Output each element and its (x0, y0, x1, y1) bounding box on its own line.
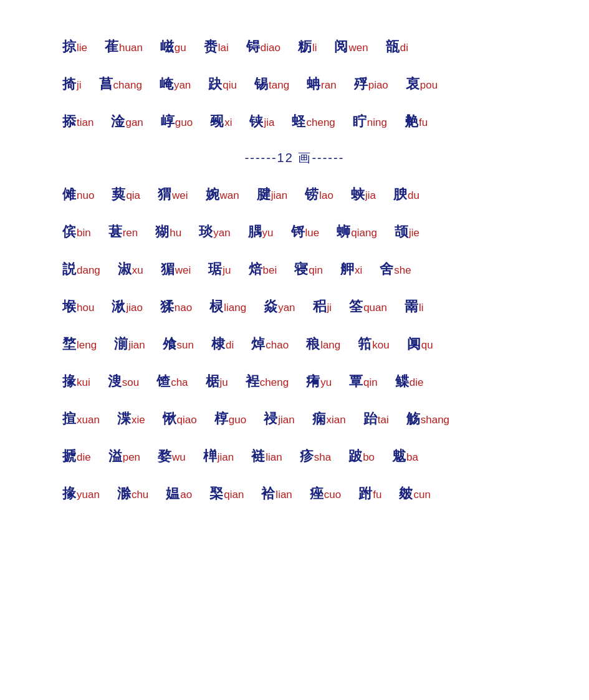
character-entry: 觞shang (406, 410, 449, 428)
hanzi-character: 説 (62, 260, 76, 279)
pinyin-text: li (419, 302, 424, 314)
pinyin-text: chang (113, 79, 142, 92)
pinyin-text: lian (266, 451, 282, 464)
hanzi-character: 铹 (305, 185, 318, 204)
pinyin-text: lao (319, 189, 333, 202)
pinyin-text: xi (355, 264, 362, 277)
pinyin-text: cheng (306, 117, 335, 129)
hanzi-character: 疹 (300, 447, 314, 466)
character-entry: 舍she (380, 260, 411, 279)
character-entry: 椐ju (206, 372, 228, 391)
pinyin-text: ren (123, 227, 138, 239)
pinyin-text: ba (406, 451, 418, 464)
hanzi-character: 掾 (62, 484, 76, 503)
hanzi-character: 筘 (358, 335, 371, 353)
pinyin-text: jiao (126, 302, 142, 314)
hanzi-character: 赉 (204, 37, 218, 56)
pinyin-text: xu (132, 264, 143, 277)
pinyin-text: qian (224, 489, 244, 501)
pinyin-text: jian (278, 414, 294, 426)
character-entry: 魃ba (392, 447, 418, 466)
character-row: 掭tian淦gan崞guo觋xi铗jia蛏cheng眝ning艴fu (62, 112, 527, 131)
pinyin-text: jian (271, 189, 287, 202)
hanzi-character: 猸 (161, 260, 175, 279)
hanzi-character: 焙 (249, 260, 262, 279)
pinyin-text: chu (132, 489, 148, 501)
hanzi-character: 傧 (62, 223, 76, 241)
pinyin-text: jia (365, 189, 376, 202)
pinyin-text: guo (175, 117, 193, 129)
character-entry: 眝ning (353, 112, 387, 131)
character-entry: 揎xuan (62, 410, 100, 428)
pinyin-text: ning (367, 117, 387, 129)
character-entry: 筌quan (349, 297, 387, 316)
character-entry: 湔jian (114, 335, 145, 353)
character-entry: 掾kui (62, 372, 90, 391)
pinyin-text: qiao (177, 414, 197, 426)
hanzi-character: 寝 (294, 260, 308, 279)
character-entry: 猬wei (158, 185, 188, 204)
character-row: 揎xuan渫xie愀qiao椁guo祲jian痫xian跆tai觞shang (62, 410, 527, 428)
pinyin-text: bo (363, 451, 375, 464)
hanzi-character: 裢 (251, 447, 265, 466)
pinyin-text: lue (305, 227, 320, 239)
character-entry: 裢lian (251, 447, 282, 466)
character-entry: 掎ji (62, 75, 82, 93)
pinyin-text: qiu (223, 79, 237, 92)
hanzi-character: 媪 (166, 484, 180, 503)
pinyin-text: lian (275, 489, 292, 501)
pinyin-text: wei (175, 264, 191, 277)
pinyin-text: sha (314, 451, 331, 464)
pinyin-text: di (400, 42, 408, 54)
pinyin-text: qu (421, 339, 433, 352)
pinyin-text: qin (309, 264, 323, 277)
pinyin-text: di (226, 339, 234, 352)
pinyin-text: yuan (77, 489, 100, 501)
hanzi-character: 琚 (208, 260, 222, 279)
pinyin-text: ao (180, 489, 192, 501)
hanzi-character: 淦 (111, 112, 125, 131)
character-entry: 萑huan (105, 37, 143, 56)
character-row: 傧bin葚ren猢hu琰yan腢yu锊lue蛳qiang颉jie (62, 223, 527, 241)
hanzi-character: 猢 (155, 223, 169, 241)
character-entry: 掭tian (62, 112, 93, 131)
pinyin-text: yu (262, 227, 274, 239)
pinyin-text: ran (321, 79, 337, 92)
pinyin-text: sun (177, 339, 194, 352)
character-entry: 淑xu (118, 260, 143, 279)
hanzi-character: 蛏 (292, 112, 305, 131)
character-entry: 跛bo (348, 447, 375, 466)
pinyin-text: gu (175, 42, 186, 54)
pinyin-text: hu (170, 227, 181, 239)
hanzi-character: 锊 (291, 223, 305, 241)
character-entry: 溲sou (108, 372, 139, 391)
hanzi-character: 溢 (108, 447, 122, 466)
pinyin-text: du (408, 189, 419, 202)
pinyin-text: bei (263, 264, 277, 277)
pinyin-text: wen (348, 42, 368, 54)
pinyin-text: ji (77, 79, 82, 92)
character-entry: 裒pou (406, 75, 438, 93)
hanzi-character: 腴 (393, 185, 407, 204)
hanzi-character: 跛 (348, 447, 362, 466)
character-entry: 愀qiao (163, 410, 197, 428)
hanzi-character: 焯 (251, 335, 265, 353)
hanzi-character: 揎 (62, 410, 76, 428)
hanzi-character: 葜 (112, 185, 125, 204)
character-entry: 崦yan (160, 75, 191, 93)
hanzi-character: 筌 (349, 297, 363, 316)
character-entry: 椫jian (203, 447, 234, 466)
pinyin-text: tang (269, 79, 289, 92)
pinyin-text: jian (128, 339, 145, 352)
character-entry: 蛏cheng (292, 112, 335, 131)
pinyin-text: hou (77, 302, 94, 314)
hanzi-character: 葚 (108, 223, 122, 241)
hanzi-character: 湫 (112, 297, 125, 316)
pinyin-text: qia (126, 189, 140, 202)
pinyin-text: cha (171, 376, 188, 389)
character-entry: 棸qian (209, 484, 244, 503)
character-entry: 婺wu (158, 447, 186, 466)
hanzi-character: 淑 (118, 260, 132, 279)
character-entry: 锝diao (246, 37, 280, 56)
hanzi-character: 跗 (358, 484, 372, 503)
